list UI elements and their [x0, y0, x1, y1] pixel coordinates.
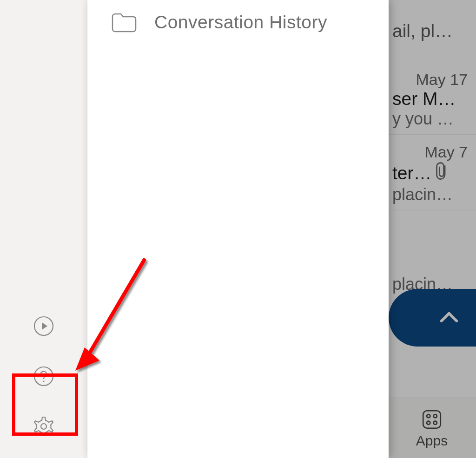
folder-icon — [111, 11, 137, 33]
discover-button[interactable] — [31, 313, 57, 339]
scroll-up-button[interactable] — [389, 289, 476, 347]
mail-item[interactable]: May 17 ser M… y you … — [389, 62, 476, 135]
svg-point-7 — [434, 414, 437, 418]
nav-apps-label: Apps — [416, 433, 448, 449]
mail-date: May 7 — [392, 143, 471, 161]
help-button[interactable] — [31, 363, 57, 389]
settings-button[interactable] — [31, 413, 57, 439]
mail-date: May 17 — [392, 71, 471, 89]
chevron-up-icon — [436, 305, 462, 331]
apps-grid-icon — [420, 408, 443, 431]
folder-item-label: Conversation History — [154, 12, 327, 33]
svg-point-9 — [434, 421, 437, 424]
mail-list-pane: ail, pl… May 17 ser M… y you … May 7 ter… — [389, 0, 476, 458]
left-nav-icons — [0, 313, 87, 439]
svg-point-4 — [41, 424, 46, 429]
mail-subject: ser M… — [392, 89, 471, 109]
svg-marker-1 — [42, 322, 47, 330]
nav-apps-button[interactable]: Apps — [397, 398, 467, 458]
mail-subject: ter… — [392, 161, 471, 185]
left-nav-rail — [0, 0, 87, 458]
folder-panel: Conversation History — [87, 0, 389, 458]
paperclip-icon — [435, 161, 449, 185]
svg-point-8 — [427, 421, 430, 424]
svg-rect-5 — [423, 411, 441, 428]
mail-item[interactable]: May 7 ter… placin… — [389, 135, 476, 210]
folder-item-conversation-history[interactable]: Conversation History — [87, 0, 389, 45]
help-circle-icon — [33, 365, 55, 387]
svg-point-2 — [34, 367, 53, 386]
mail-preview: y you … — [392, 109, 471, 129]
mail-preview: placin… — [392, 185, 471, 204]
svg-point-6 — [427, 414, 430, 418]
play-circle-icon — [33, 315, 55, 337]
gear-icon — [33, 415, 55, 438]
bottom-nav: Apps — [389, 398, 476, 458]
search-input[interactable]: ail, pl… — [389, 0, 476, 62]
svg-point-3 — [43, 380, 44, 382]
search-placeholder-fragment: ail, pl… — [392, 21, 453, 41]
